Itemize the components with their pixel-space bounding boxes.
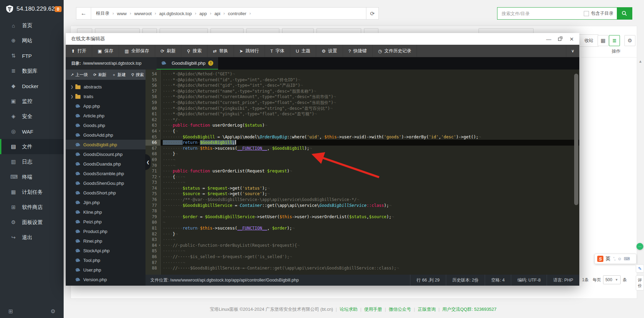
code-line[interactable]: ····*·@Apidoc\Returned("gid",·type="int"… <box>161 83 579 88</box>
line-number[interactable]: 85 <box>146 248 160 254</box>
line-number[interactable]: 66 <box>146 140 160 146</box>
sidebar-item-monitor[interactable]: ▣监控 <box>0 94 64 109</box>
code-line[interactable]: ····¬ <box>161 157 579 163</box>
line-number[interactable]: 72▾ <box>146 174 160 180</box>
line-number[interactable]: 87 <box>146 260 160 266</box>
sidebar-item-terminal[interactable]: ⌨终端 <box>0 169 64 184</box>
tree-folder-traits[interactable]: ❯traits <box>66 92 146 101</box>
tree-file-GoodsBigbill.php[interactable]: GoodsBigbill.php <box>66 140 146 149</box>
sidebar-item-appstore[interactable]: ⊞软件商店 <box>0 200 64 215</box>
tree-file-Goods.php[interactable]: Goods.php <box>66 120 146 130</box>
editor-toolbar-file-history-button[interactable]: ◷文件历史记录 <box>373 45 417 57</box>
line-number[interactable]: 82 <box>146 231 160 237</box>
line-number[interactable]: 78 <box>146 208 160 214</box>
line-number[interactable]: 65 <box>146 134 160 140</box>
collapse-layout-icon[interactable]: ⊞ <box>8 308 13 315</box>
tree-file-GoodsDiscount.php[interactable]: GoodsDiscount.php <box>66 149 146 159</box>
sidebar-item-security[interactable]: ◈安全 <box>0 109 64 124</box>
page-scroll-up-icon[interactable]: ▲ <box>638 59 642 63</box>
line-number[interactable]: 75 <box>146 191 160 197</box>
per-page-select[interactable]: 500 ▼ <box>603 275 621 284</box>
tree-file-GoodsScramble.php[interactable]: GoodsScramble.php <box>66 169 146 178</box>
footer-link[interactable]: 论坛求助 <box>340 307 357 312</box>
code-line[interactable]: ····}¬ <box>161 151 579 157</box>
line-number[interactable]: 57 <box>146 88 160 94</box>
rate-vertical-tab[interactable]: 评价 <box>636 275 644 290</box>
line-number[interactable]: 58 <box>146 94 160 100</box>
code-line[interactable]: ····public·function·userOrderLog($status… <box>161 123 579 128</box>
code-line[interactable]: ¬ <box>161 220 579 225</box>
line-number[interactable]: 77 <box>146 203 160 209</box>
editor-toolbar-replace-button[interactable]: ⇄替换 <box>207 45 234 57</box>
tree-file-Kline.php[interactable]: Kline.php <box>66 207 146 217</box>
sidebar-item-waf[interactable]: ◎WAF <box>0 124 64 139</box>
code-line[interactable]: ····{···¬ <box>161 174 579 180</box>
tree-file-Tool.php[interactable]: Tool.php <box>66 255 146 265</box>
line-number[interactable]: 80 <box>146 220 160 225</box>
line-number[interactable]: 81 <box>146 225 160 231</box>
breadcrumb-item[interactable]: controller <box>228 11 246 16</box>
code-line[interactable]: ····*·@Apidoc\Returned("id",·type="int",… <box>161 77 579 83</box>
code-line[interactable]: ····*·@Apidoc\Returned("name",·type="str… <box>161 88 579 94</box>
line-number[interactable]: 61 <box>146 111 160 117</box>
code-line[interactable]: ····{¬ <box>161 128 579 134</box>
maximize-button[interactable] <box>558 36 562 42</box>
line-number[interactable]: 62 <box>146 117 160 123</box>
code-line[interactable]: ····*·@Apidoc\Method·("GET")¬ <box>161 71 579 77</box>
tree-file-GoodsShort.php[interactable]: GoodsShort.php <box>66 188 146 198</box>
tree-file-Rinei.php[interactable]: Rinei.php <box>66 236 146 246</box>
code-line[interactable]: ····//·public·function·orderBuyList(Requ… <box>161 243 579 248</box>
tree-file-GoodsDuanda.php[interactable]: GoodsDuanda.php <box>66 159 146 169</box>
customer-service-icon[interactable]: ··· <box>636 243 643 250</box>
server-identity[interactable]: 54.180.229.62 0 <box>0 0 64 18</box>
code-line[interactable]: ····//·····$is_selled·=·$request->get('i… <box>161 254 579 260</box>
code-line[interactable]: ····*·@Apidoc\Returned("current_price",·… <box>161 100 579 106</box>
editor-toolbar-refresh-button[interactable]: ⟳刷新 <box>155 45 182 57</box>
footer-link[interactable]: 微信公众号 <box>389 307 411 312</box>
breadcrumb-item[interactable]: api.dgbstock.top <box>159 11 192 16</box>
code-line[interactable]: ¬ <box>161 208 579 214</box>
code-line[interactable]: ········$status·=·$request->get('status'… <box>161 186 579 191</box>
editor-toolbar-open-button[interactable]: ⬆打开 <box>66 45 92 57</box>
sidebar-item-home[interactable]: ⌂首页 <box>0 18 64 33</box>
code-line[interactable]: ····}¬ <box>161 231 579 237</box>
tree-file-GoodsShenGou.php[interactable]: GoodsShenGou.php <box>66 178 146 188</box>
tree-search-button[interactable]: ⚲搜索 <box>131 72 144 78</box>
editor-toolbar-search-button[interactable]: ⚲搜索 <box>181 45 207 57</box>
minimize-button[interactable]: — <box>546 36 551 42</box>
line-number[interactable]: 56 <box>146 83 160 88</box>
tree-file-Peizi.php[interactable]: Peizi.php <box>66 217 146 226</box>
sidebar-item-logs[interactable]: ▥日志 <box>0 154 64 169</box>
footer-link[interactable]: 正版查询 <box>418 307 436 312</box>
ime-language-indicator[interactable]: 英 <box>605 256 610 262</box>
view-settings-button[interactable]: ⚙ <box>624 35 635 46</box>
code-line[interactable]: ····*·@Apidoc\Returned("yingkui",·type="… <box>161 111 579 117</box>
tree-refresh-button[interactable]: ⟳刷新 <box>93 72 106 78</box>
footer-link[interactable]: 使用手册 <box>364 307 382 312</box>
code-line[interactable]: ····//·····$GoodsBigbillService·=·Contai… <box>161 265 579 271</box>
code-line[interactable]: ········$GoodsBigbillService·=·Container… <box>161 203 579 209</box>
tree-file-StockApi.php[interactable]: StockApi.php <box>66 246 146 255</box>
ime-emoji-icon[interactable]: ☺ <box>618 256 622 261</box>
line-number[interactable]: 88 <box>146 265 160 271</box>
line-number[interactable]: 60 <box>146 106 160 112</box>
toolbar-collapse-button[interactable]: ∨ <box>566 45 579 57</box>
code-line[interactable]: ········$GoodsBigbill·=·\App\api\model\O… <box>161 134 579 140</box>
sidebar-item-sites[interactable]: ⊕网站 <box>0 33 64 48</box>
code-line[interactable]: ········¬ <box>161 248 579 254</box>
grid-view-button[interactable]: ▦ <box>598 35 609 46</box>
tree-file-App.php[interactable]: App.php <box>66 101 146 111</box>
code-line[interactable]: ····¬ <box>161 163 579 169</box>
message-count-badge[interactable]: 0 <box>55 6 61 12</box>
line-number[interactable]: 54 <box>146 71 160 77</box>
sidebar-item-docker[interactable]: ◆Docker <box>0 78 64 94</box>
editor-scrollbar-thumb[interactable] <box>574 74 578 205</box>
editor-toolbar-shortcuts-button[interactable]: ?快捷键 <box>343 45 373 57</box>
feedback-pencil-icon[interactable]: ✎ <box>636 264 644 273</box>
code-line[interactable]: ········$order·=·$GoodsBigbillService->s… <box>161 214 579 220</box>
code-line[interactable]: ····*·@Apidoc\Returned("yingkuibi",·type… <box>161 106 579 112</box>
code-line[interactable]: ········return·$GoodsBigbill; <box>161 140 579 146</box>
line-number[interactable]: 83 <box>146 237 160 243</box>
sidebar-item-ftp[interactable]: ⇅FTP <box>0 48 64 63</box>
quick-settings-gear-icon[interactable]: ⚙ <box>51 308 55 315</box>
